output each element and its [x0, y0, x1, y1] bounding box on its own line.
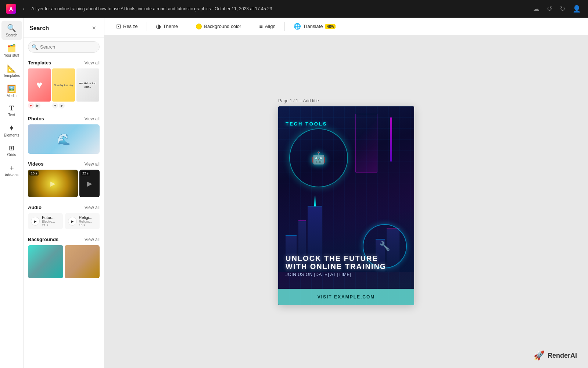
sidebar-search-label: Search — [6, 33, 18, 37]
align-button[interactable]: ≡ Align — [255, 21, 280, 32]
sidebar-item-templates[interactable]: 📐 Templates — [1, 61, 22, 81]
app-logo: A — [6, 4, 16, 14]
photos-view-all[interactable]: View all — [85, 116, 100, 121]
canvas-wrapper: Page 1 / 1 – Add title — [278, 98, 414, 305]
theme-button[interactable]: ◑ Theme — [151, 21, 182, 32]
videos-view-all[interactable]: View all — [85, 162, 100, 167]
user-icon[interactable]: 👤 — [571, 3, 582, 14]
back-button[interactable]: ‹ — [21, 4, 27, 14]
background-item-1[interactable] — [28, 245, 63, 278]
template-item-text[interactable]: we think too mu... — [76, 68, 99, 102]
flyer-background: 🤖 🔧 TECH TOOLS UNLOCK THE FUTUREWITH ONL… — [278, 106, 414, 305]
background-color-label: Background color — [204, 24, 241, 29]
resize-button[interactable]: ⊡ Resize — [112, 21, 142, 32]
template-action-3[interactable]: ♥ — [52, 103, 58, 109]
backgrounds-section-title: Backgrounds — [28, 237, 58, 242]
audio-sub-2: Religio... — [79, 220, 93, 223]
video-item-1[interactable]: 10 s ▶ — [28, 170, 78, 197]
video-item-2[interactable]: 22 s ▶ — [79, 170, 100, 197]
template-action-4[interactable]: ▶ — [59, 103, 65, 109]
align-icon: ≡ — [259, 23, 262, 30]
sidebar-item-elements[interactable]: ✦ Elements — [1, 121, 22, 140]
photos-section-title: Photos — [28, 116, 44, 121]
audio-play-1[interactable]: ▶ — [31, 217, 40, 226]
media-icon: 🖼️ — [7, 84, 16, 93]
toolbar-divider-2 — [187, 22, 187, 31]
audio-duration-1: 21 s — [42, 223, 55, 227]
audio-section: Audio View all ▶ Futur... Electro... 21 … — [24, 201, 104, 233]
backgrounds-section: Backgrounds View all — [24, 233, 104, 282]
search-input-wrapper: 🔍 — [24, 38, 104, 56]
backgrounds-view-all[interactable]: View all — [85, 237, 100, 242]
sidebar-item-yourstuff[interactable]: 🗂️ Your stuff — [1, 41, 22, 60]
template-thumb-2[interactable]: Sunday fun day ♥ ▶ — [52, 68, 75, 109]
sidebar-yourstuff-label: Your stuff — [4, 53, 19, 57]
background-item-2[interactable] — [65, 245, 100, 278]
background-color-button[interactable]: Background color — [191, 21, 245, 32]
templates-section-title: Templates — [28, 60, 51, 66]
template-action-1[interactable]: ♥ — [28, 103, 34, 109]
search-icon: 🔍 — [7, 24, 16, 32]
audio-item-2[interactable]: ▶ Religi... Religio... 10 s — [65, 213, 100, 229]
search-panel-header: Search × — [24, 18, 104, 38]
templates-row: ♥ ♥ ▶ Sunday fun day ♥ ▶ — [28, 68, 100, 109]
templates-section-header: Templates View all — [28, 60, 100, 66]
search-input[interactable] — [28, 41, 100, 53]
sidebar-item-media[interactable]: 🖼️ Media — [1, 81, 22, 101]
text-icon: T — [9, 105, 14, 112]
template-item-yellow[interactable]: Sunday fun day — [52, 68, 75, 102]
templates-view-all[interactable]: View all — [85, 60, 100, 66]
renderai-label: RenderAI — [548, 352, 577, 360]
template-icons-1: ♥ ▶ — [28, 103, 51, 109]
search-panel-close-button[interactable]: × — [90, 24, 98, 33]
audio-view-all[interactable]: View all — [85, 205, 100, 210]
sidebar-item-search[interactable]: 🔍 Search — [1, 21, 22, 40]
translate-label: Translate — [303, 24, 323, 29]
resize-icon: ⊡ — [116, 23, 121, 30]
audio-info-1: Futur... Electro... 21 s — [42, 215, 55, 227]
template-thumb-1[interactable]: ♥ ♥ ▶ — [28, 68, 51, 109]
flyer-top-title: TECH TOOLS — [286, 121, 327, 127]
template-thumb-3[interactable]: we think too mu... — [76, 68, 99, 109]
undo-button[interactable]: ↺ — [545, 3, 554, 14]
renderai-icon: 🚀 — [534, 350, 545, 361]
videos-section-title: Videos — [28, 161, 43, 167]
sidebar-addons-label: Add-ons — [5, 173, 18, 177]
sidebar-item-text[interactable]: T Text — [1, 102, 22, 120]
toolbar-divider-3 — [250, 22, 250, 31]
elements-icon: ✦ — [8, 124, 15, 132]
sidebar-item-addons[interactable]: ＋ Add-ons — [1, 160, 22, 180]
sidebar-templates-label: Templates — [3, 74, 20, 78]
flyer-footer-text: VISIT EXAMPLE.COM — [318, 294, 375, 300]
search-panel: Search × 🔍 Templates View all ♥ ♥ ▶ — [24, 18, 104, 368]
template-item-heart[interactable]: ♥ — [28, 68, 51, 102]
audio-play-2[interactable]: ▶ — [68, 217, 77, 226]
renderai-watermark: 🚀 RenderAI — [534, 350, 577, 361]
photo-placeholder-icon: 🌊 — [57, 133, 71, 146]
page-label[interactable]: Page 1 / 1 – Add title — [278, 98, 319, 103]
cloud-icon[interactable]: ☁ — [531, 3, 541, 14]
template-text-overlay: Sunday fun day — [52, 68, 75, 102]
template-action-2[interactable]: ▶ — [35, 103, 40, 109]
photos-section-header: Photos View all — [28, 116, 100, 121]
video-duration-1: 10 s — [29, 171, 39, 176]
neon-pillar-1 — [390, 117, 392, 162]
photo-strip[interactable]: 🌊 — [28, 124, 100, 154]
sidebar-elements-label: Elements — [4, 133, 19, 137]
audio-item-1[interactable]: ▶ Futur... Electro... 21 s — [28, 213, 63, 229]
audio-row: ▶ Futur... Electro... 21 s ▶ Religi... R… — [28, 213, 100, 229]
redo-button[interactable]: ↻ — [558, 3, 567, 14]
translate-button[interactable]: 🌐 Translate NEW — [289, 21, 340, 32]
template-heart-icon: ♥ — [28, 68, 51, 102]
translate-icon: 🌐 — [294, 23, 301, 30]
main-layout: 🔍 Search 🗂️ Your stuff 📐 Templates 🖼️ Me… — [0, 18, 588, 368]
neon-building-accent — [355, 114, 377, 173]
templates-icon: 📐 — [7, 64, 16, 73]
audio-sub-1: Electro... — [42, 220, 55, 223]
audio-duration-2: 10 s — [79, 223, 93, 227]
sidebar-text-label: Text — [8, 113, 15, 117]
backgrounds-section-header: Backgrounds View all — [28, 237, 100, 242]
design-canvas[interactable]: 🤖 🔧 TECH TOOLS UNLOCK THE FUTUREWITH ONL… — [278, 106, 414, 305]
videos-section-header: Videos View all — [28, 161, 100, 167]
sidebar-item-grids[interactable]: ⊞ Grids — [1, 141, 22, 160]
